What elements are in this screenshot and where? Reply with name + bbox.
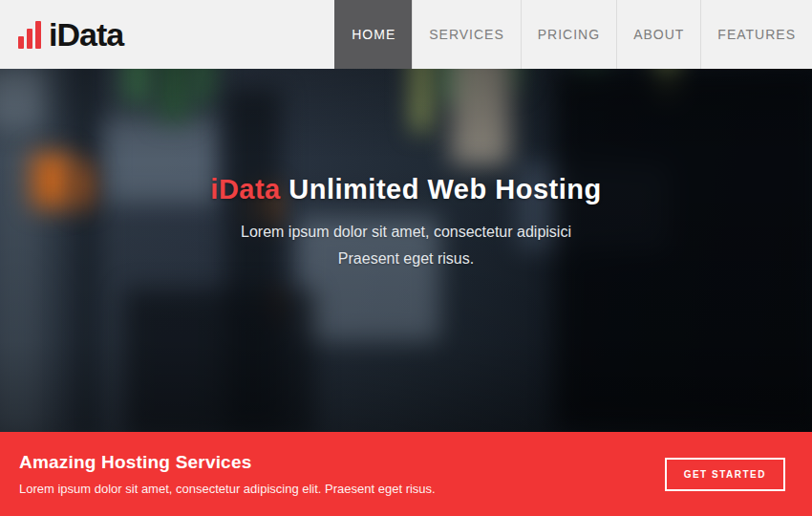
main-nav: HOME SERVICES PRICING ABOUT FEATURES xyxy=(334,0,812,69)
logo-text: iData xyxy=(49,16,123,54)
nav-item-features[interactable]: FEATURES xyxy=(700,0,812,69)
cta-banner: Amazing Hosting Services Lorem ipsum dol… xyxy=(0,432,812,516)
get-started-button[interactable]: GET STARTED xyxy=(665,458,785,491)
hero-title-accent: iData xyxy=(210,174,280,204)
logo[interactable]: iData xyxy=(0,0,123,69)
hero-subtitle: Lorem ipsum dolor sit amet, consectetur … xyxy=(0,219,812,272)
nav-item-pricing[interactable]: PRICING xyxy=(521,0,616,69)
nav-item-about[interactable]: ABOUT xyxy=(616,0,700,69)
cta-text-block: Amazing Hosting Services Lorem ipsum dol… xyxy=(19,452,436,496)
hero-content: iData Unlimited Web Hosting Lorem ipsum … xyxy=(0,69,812,272)
cta-title: Amazing Hosting Services xyxy=(19,452,436,473)
hero-title: iData Unlimited Web Hosting xyxy=(0,174,812,205)
nav-item-home[interactable]: HOME xyxy=(334,0,412,69)
hero-subtitle-line1: Lorem ipsum dolor sit amet, consectetur … xyxy=(0,219,812,246)
nav-item-services[interactable]: SERVICES xyxy=(412,0,521,69)
bar-chart-icon xyxy=(18,20,41,49)
hero-subtitle-line2: Praesent eget risus. xyxy=(0,246,812,272)
hero-section: iData Unlimited Web Hosting Lorem ipsum … xyxy=(0,69,812,432)
hero-title-rest: Unlimited Web Hosting xyxy=(281,174,602,204)
page: iData HOME SERVICES PRICING ABOUT FEATUR… xyxy=(0,0,812,516)
cta-subtitle: Lorem ipsum dolor sit amet, consectetur … xyxy=(19,482,436,496)
header: iData HOME SERVICES PRICING ABOUT FEATUR… xyxy=(0,0,812,69)
